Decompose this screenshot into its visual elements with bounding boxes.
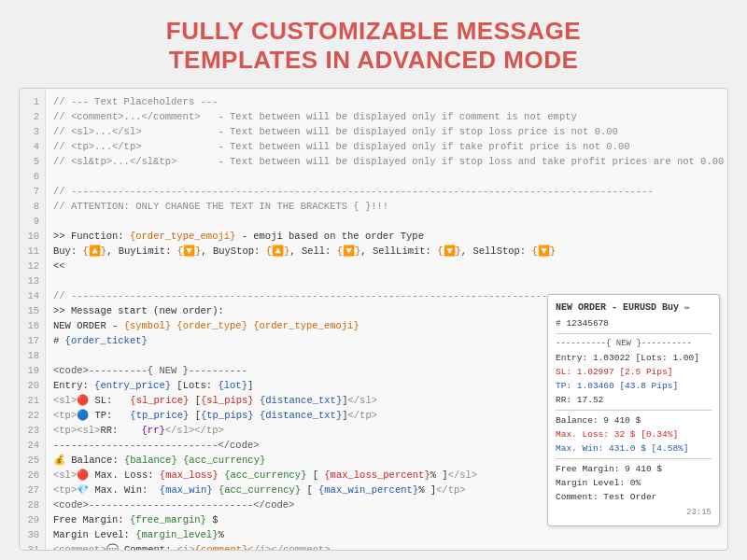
line-number: 21	[27, 393, 39, 408]
line-number: 16	[27, 318, 39, 333]
code-line	[53, 273, 720, 288]
line-number: 9	[34, 214, 39, 229]
line-number: 23	[27, 423, 39, 438]
code-line: <comment>💬 Comment: <i>{comment}</i></co…	[53, 542, 720, 550]
line-number: 13	[27, 273, 39, 288]
line-number: 2	[34, 109, 39, 124]
line-number: 5	[34, 154, 39, 169]
line-number: 1	[34, 94, 39, 109]
preview-divider1-text: ----------{ NEW }----------	[556, 337, 712, 351]
line-number: 7	[34, 184, 39, 199]
line-number: 25	[27, 453, 39, 468]
code-line	[53, 214, 720, 229]
preview-freemargin: Free Margin: 9 410 $	[556, 462, 712, 476]
line-number: 30	[27, 527, 39, 542]
code-line: // <sl&tp>...</sl&tp> - Text between wil…	[53, 154, 720, 169]
line-number: 3	[34, 124, 39, 139]
code-line: >> Function: {order_type_emoji} - emoji …	[53, 229, 720, 244]
line-number: 24	[27, 438, 39, 453]
code-line	[53, 169, 720, 184]
code-line: // ATTENTION: ONLY CHANGE THE TEXT IN TH…	[53, 199, 720, 214]
line-number: 31	[27, 542, 39, 551]
page-title: FULLY CUSTOMIZABLE MESSAGE TEMPLATES IN …	[166, 17, 581, 75]
preview-title: NEW ORDER - EURUSD Buy ✏	[556, 301, 712, 315]
line-number: 14	[27, 288, 39, 303]
line-number: 15	[27, 303, 39, 318]
line-number: 22	[27, 408, 39, 423]
preview-entry: Entry: 1.03022 [Lots: 1.00]	[556, 351, 712, 365]
preview-ticket: # 12345678	[556, 316, 712, 330]
line-number: 12	[27, 259, 39, 273]
line-number: 28	[27, 497, 39, 512]
code-panel: 1234567891011121314151617181920212223242…	[19, 88, 728, 551]
line-number: 27	[27, 483, 39, 497]
code-content: NEW ORDER - EURUSD Buy ✏ # 12345678 ----…	[46, 89, 727, 550]
preview-sl: SL: 1.02997 [2.5 Pips]	[556, 365, 712, 379]
code-line: // -------------------------------------…	[53, 184, 720, 199]
main-container: FULLY CUSTOMIZABLE MESSAGE TEMPLATES IN …	[0, 0, 747, 560]
line-numbers: 1234567891011121314151617181920212223242…	[20, 89, 46, 550]
code-line: // <tp>...</tp> - Text between will be d…	[53, 139, 720, 154]
line-number: 10	[27, 229, 39, 244]
line-number: 17	[27, 333, 39, 348]
preview-marginlevel: Margin Level: 0%	[556, 476, 712, 490]
line-number: 8	[34, 199, 39, 214]
code-line: // --- Text Placeholders ---	[53, 94, 720, 109]
line-number: 18	[27, 348, 39, 363]
line-number: 11	[27, 244, 39, 259]
code-line: <<	[53, 259, 720, 273]
code-line: // <sl>...</sl> - Text between will be d…	[53, 124, 720, 139]
line-number: 29	[27, 512, 39, 527]
preview-rr: RR: 17.52	[556, 393, 712, 407]
preview-tp: TP: 1.03460 [43.8 Pips]	[556, 379, 712, 393]
line-number: 19	[27, 363, 39, 378]
preview-comment: Comment: Test Order	[556, 490, 712, 504]
line-number: 4	[34, 139, 39, 154]
preview-maxloss: Max. Loss: 32 $ [0.34%]	[556, 427, 712, 441]
preview-time: 23:15	[556, 506, 712, 520]
code-line: Margin Level: {margin_level}%	[53, 527, 720, 542]
preview-balance: Balance: 9 410 $	[556, 413, 712, 427]
line-number: 6	[34, 169, 39, 184]
code-line: // <comment>...</comment> - Text between…	[53, 109, 720, 124]
code-line: Buy: {🔼}, BuyLimit: {🔽}, BuyStop: {🔼}, S…	[53, 244, 720, 259]
line-number: 20	[27, 378, 39, 393]
preview-maxwin: Max. Win: 431.0 $ [4.58%]	[556, 441, 712, 455]
preview-box: NEW ORDER - EURUSD Buy ✏ # 12345678 ----…	[547, 294, 720, 526]
line-number: 26	[27, 468, 39, 483]
